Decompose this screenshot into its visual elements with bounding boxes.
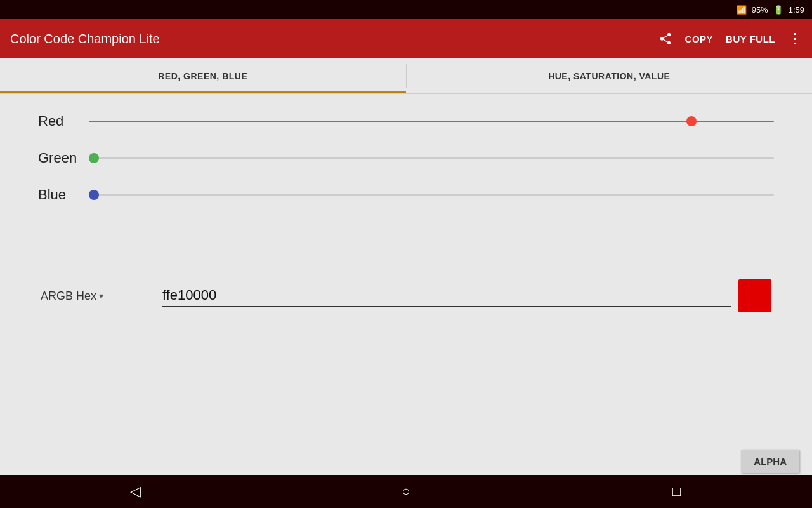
more-icon: ⋮ bbox=[788, 30, 802, 47]
recents-icon: □ bbox=[672, 483, 681, 500]
main-content: Red Green Blue ARGB Hex bbox=[0, 94, 812, 325]
clock: 1:59 bbox=[789, 5, 804, 15]
home-button[interactable]: ○ bbox=[387, 479, 425, 504]
blue-slider-row: Blue bbox=[38, 187, 774, 203]
green-slider-thumb[interactable] bbox=[89, 153, 99, 163]
battery-icon: 🔋 bbox=[773, 5, 783, 15]
nav-bar: ◁ ○ □ bbox=[0, 475, 812, 508]
back-icon: ◁ bbox=[130, 483, 141, 500]
alpha-button-container: ALPHA bbox=[741, 450, 799, 473]
green-slider-track bbox=[89, 157, 774, 159]
red-slider-thumb[interactable] bbox=[686, 116, 697, 126]
red-slider-fill bbox=[89, 121, 691, 122]
red-label: Red bbox=[38, 113, 89, 130]
tab-rgb[interactable]: RED, GREEN, BLUE bbox=[0, 58, 406, 93]
green-slider-row: Green bbox=[38, 150, 774, 166]
blue-slider-thumb[interactable] bbox=[89, 190, 99, 200]
red-slider-track-container[interactable] bbox=[89, 120, 774, 123]
tab-hsv-label: HUE, SATURATION, VALUE bbox=[548, 71, 670, 81]
buy-full-button[interactable]: BUY FULL bbox=[726, 34, 775, 44]
hex-input[interactable] bbox=[162, 284, 731, 307]
wifi-icon: 📶 bbox=[737, 5, 747, 15]
tab-rgb-label: RED, GREEN, BLUE bbox=[158, 71, 247, 81]
home-icon: ○ bbox=[402, 483, 410, 500]
back-button[interactable]: ◁ bbox=[116, 479, 154, 504]
hex-row: ARGB Hex ▾ bbox=[38, 279, 774, 312]
copy-button[interactable]: COPY bbox=[685, 34, 714, 44]
blue-slider-track bbox=[89, 194, 774, 196]
alpha-button[interactable]: ALPHA bbox=[741, 450, 799, 473]
green-label: Green bbox=[38, 150, 89, 166]
share-icon bbox=[658, 32, 672, 46]
red-slider-row: Red bbox=[38, 113, 774, 130]
app-title: Color Code Champion Lite bbox=[10, 32, 648, 46]
dropdown-arrow-icon: ▾ bbox=[99, 291, 103, 301]
green-slider-track-container[interactable] bbox=[89, 157, 774, 159]
recents-button[interactable]: □ bbox=[658, 479, 696, 504]
blue-slider-track-container[interactable] bbox=[89, 194, 774, 196]
status-bar: 📶 95% 🔋 1:59 bbox=[0, 0, 812, 19]
share-button[interactable] bbox=[658, 32, 672, 46]
tabs-container: RED, GREEN, BLUE HUE, SATURATION, VALUE bbox=[0, 58, 812, 94]
red-slider-track bbox=[89, 121, 774, 122]
color-preview-swatch[interactable] bbox=[738, 279, 771, 312]
app-bar-actions: COPY BUY FULL ⋮ bbox=[658, 30, 802, 47]
app-bar: Color Code Champion Lite COPY BUY FULL ⋮ bbox=[0, 19, 812, 58]
hex-format-label: ARGB Hex bbox=[41, 290, 96, 303]
battery-percent: 95% bbox=[752, 5, 768, 15]
more-options-button[interactable]: ⋮ bbox=[788, 30, 802, 47]
blue-label: Blue bbox=[38, 187, 89, 203]
hex-format-dropdown[interactable]: ARGB Hex ▾ bbox=[41, 290, 155, 303]
hex-input-container bbox=[162, 284, 731, 307]
tab-hsv[interactable]: HUE, SATURATION, VALUE bbox=[407, 58, 813, 93]
